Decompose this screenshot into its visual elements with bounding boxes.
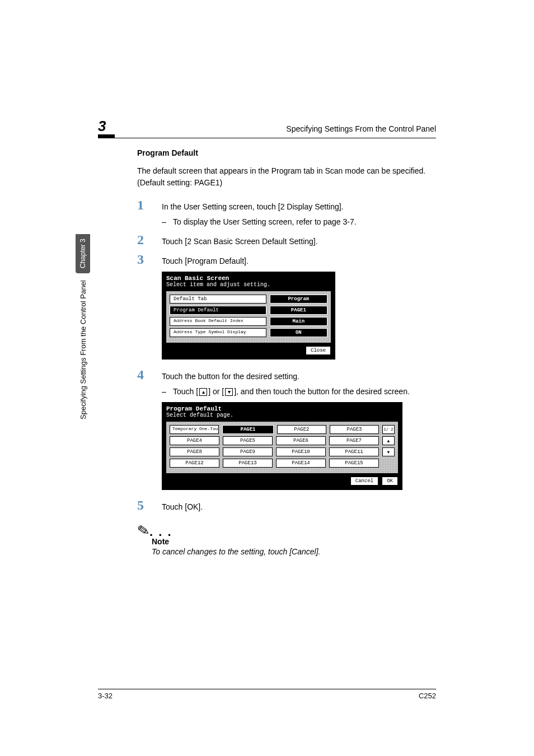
chapter-badge: 3 (98, 118, 106, 135)
header-rule (98, 138, 436, 138)
page3-button[interactable]: PAGE3 (330, 425, 379, 434)
note-block: ✎. . . Note To cancel changes to the set… (137, 522, 436, 556)
page4-button[interactable]: PAGE4 (170, 436, 219, 445)
page11-button[interactable]: PAGE11 (329, 447, 379, 456)
pager-count: 1/ 2 (382, 425, 395, 434)
step-number: 1 (137, 198, 149, 213)
shot-title: Scan Basic Screen (166, 275, 331, 282)
step-number: 5 (137, 498, 149, 513)
ok-button[interactable]: OK (382, 477, 398, 486)
pager-up-button[interactable]: ▲ (382, 436, 395, 445)
page1-button[interactable]: PAGE1 (222, 425, 274, 434)
sub-text-mid: ] or [ (208, 387, 224, 396)
temp-onetouch-button[interactable]: Temporary One-Touch (170, 425, 219, 434)
addr-index-label[interactable]: Address Book Default Index (170, 317, 266, 326)
page5-button[interactable]: PAGE5 (223, 436, 273, 445)
page13-button[interactable]: PAGE13 (223, 459, 273, 468)
side-vertical-title: Specifying Settings From the Control Pan… (77, 280, 88, 515)
pager-down-button[interactable]: ▼ (382, 447, 395, 456)
page15-button[interactable]: PAGE15 (329, 459, 379, 468)
side-chapter-tab: Chapter 3 (76, 234, 90, 273)
running-head: Specifying Settings From the Control Pan… (286, 124, 436, 133)
step-text: In the User Setting screen, touch [2 Dis… (162, 202, 344, 211)
up-icon: ▴ (199, 388, 207, 396)
screenshot-scan-basic: Scan Basic Screen Select item and adjust… (162, 272, 335, 360)
page6-button[interactable]: PAGE6 (276, 436, 326, 445)
note-head: Note (152, 537, 436, 546)
step-text: Touch [2 Scan Basic Screen Default Setti… (162, 237, 318, 246)
page8-button[interactable]: PAGE8 (170, 447, 219, 456)
shot-subtitle: Select default page. (166, 412, 398, 418)
addr-symbol-label[interactable]: Address Type Symbol Display (170, 328, 266, 337)
note-icon: ✎ (135, 521, 151, 540)
step-number: 3 (137, 252, 149, 267)
screenshot-program-default: Program Default Select default page. Tem… (162, 402, 402, 490)
cancel-button[interactable]: Cancel (350, 477, 378, 486)
step-text: Touch [OK]. (162, 502, 203, 511)
sub-text-post: ], and then touch the button for the des… (234, 387, 410, 396)
page14-button[interactable]: PAGE14 (276, 459, 326, 468)
default-tab-label[interactable]: Default Tab (170, 295, 266, 304)
section-title: Program Default (137, 148, 436, 157)
shot-subtitle: Select item and adjust setting. (166, 282, 331, 288)
default-tab-value[interactable]: Program (270, 295, 327, 304)
page2-button[interactable]: PAGE2 (277, 425, 326, 434)
page7-button[interactable]: PAGE7 (329, 436, 379, 445)
page12-button[interactable]: PAGE12 (170, 459, 219, 468)
addr-index-value[interactable]: Main (270, 317, 327, 326)
model-code: C252 (419, 692, 436, 700)
program-default-label[interactable]: Program Default (170, 306, 266, 315)
page10-button[interactable]: PAGE10 (276, 447, 326, 456)
page9-button[interactable]: PAGE9 (223, 447, 273, 456)
note-body: To cancel changes to the setting, touch … (152, 547, 436, 556)
step-number: 4 (137, 367, 149, 382)
step-text: Touch [Program Default]. (162, 256, 249, 265)
sub-text-pre: Touch [ (173, 387, 198, 396)
shot-title: Program Default (166, 405, 398, 412)
program-default-value[interactable]: PAGE1 (270, 306, 327, 315)
substep: To display the User Setting screen, refe… (162, 216, 436, 228)
step-number: 2 (137, 232, 149, 248)
close-button[interactable]: Close (306, 346, 331, 355)
chapter-number: 3 (98, 118, 106, 135)
addr-symbol-value[interactable]: ON (270, 328, 327, 337)
step-text: Touch the button for the desired setting… (162, 372, 299, 381)
section-intro: The default screen that appears in the P… (137, 165, 436, 189)
substep: Touch [▴] or [▾], and then touch the but… (162, 386, 436, 398)
page-number: 3-32 (98, 692, 113, 700)
down-icon: ▾ (225, 388, 233, 396)
